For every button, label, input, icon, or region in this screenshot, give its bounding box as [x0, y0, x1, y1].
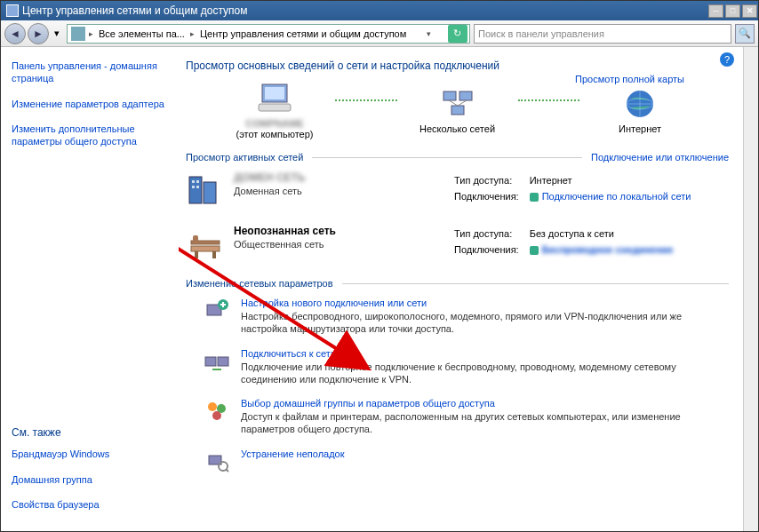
see-also-header: См. также [12, 426, 168, 439]
svg-rect-21 [205, 357, 216, 366]
close-button[interactable]: ✕ [742, 4, 757, 18]
change-settings-header: Изменение сетевых параметров [186, 278, 333, 289]
action-desc: Доступ к файлам и принтерам, расположенн… [241, 410, 729, 436]
wifi-icon [530, 246, 539, 255]
nav-history-dropdown[interactable]: ▾ [51, 23, 63, 44]
access-type-value: Интернет [530, 173, 700, 187]
access-type-value: Без доступа к сети [530, 226, 683, 241]
internet-label: Интернет [619, 123, 661, 134]
connection-line [518, 99, 580, 101]
main-content: ? Просмотр основных сведений о сети и на… [179, 47, 743, 531]
action-homegroup[interactable]: Выбор домашней группы и параметров общег… [204, 398, 729, 436]
connections-label: Подключения: [454, 242, 528, 257]
chevron-icon[interactable]: ▸ [188, 29, 196, 38]
sidebar-browser[interactable]: Свойства браузера [12, 498, 168, 511]
connection-line [335, 99, 397, 101]
action-troubleshoot[interactable]: Устранение неполадок [204, 449, 729, 475]
action-title[interactable]: Выбор домашней группы и параметров общег… [241, 398, 729, 409]
this-computer-label: (этот компьютер) [236, 129, 313, 139]
full-map-link[interactable]: Просмотр полной карты [575, 74, 684, 84]
sidebar-homegroup[interactable]: Домашняя группа [12, 473, 168, 486]
svg-rect-16 [195, 251, 198, 258]
computer-name-label: COMPNAME [245, 118, 303, 129]
help-icon[interactable]: ? [720, 52, 734, 67]
domain-network-icon [186, 171, 225, 210]
search-button[interactable]: 🔍 [735, 24, 755, 44]
action-desc: Настройка беспроводного, широкополосного… [241, 310, 729, 336]
sidebar-home[interactable]: Панель управления - домашняя страница [12, 60, 168, 85]
svg-rect-12 [192, 186, 195, 188]
breadcrumb-seg1[interactable]: Все элементы па... [95, 28, 188, 39]
svg-rect-9 [204, 182, 216, 203]
svg-rect-14 [191, 246, 220, 251]
sidebar-firewall[interactable]: Брандмауэр Windows [12, 448, 168, 460]
svg-rect-22 [218, 357, 228, 366]
new-connection-icon [204, 298, 230, 324]
connection-link[interactable]: Подключение по локальной сети [542, 191, 691, 202]
title-bar: Центр управления сетями и общим доступом… [1, 1, 758, 20]
back-button[interactable]: ◄ [4, 23, 26, 44]
vertical-scrollbar[interactable] [743, 47, 758, 531]
network-row-public: Неопознанная сеть Общественная сеть Тип … [186, 225, 729, 264]
connect-network-icon [204, 348, 230, 375]
action-connect-network[interactable]: Подключиться к сети Подключение или повт… [204, 348, 729, 386]
networks-icon [440, 88, 475, 120]
lan-icon [530, 193, 539, 202]
maximize-button[interactable]: □ [725, 4, 740, 18]
window-title: Центр управления сетями и общим доступом [22, 4, 248, 17]
sidebar-sharing-settings[interactable]: Изменить дополнительные параметры общего… [12, 123, 168, 148]
toolbar: ◄ ► ▾ ▸ Все элементы па... ▸ Центр управ… [1, 20, 758, 47]
svg-rect-18 [193, 235, 198, 242]
computer-icon [257, 83, 292, 115]
network-name: ДОМЕН СЕТЬ [234, 171, 306, 184]
network-name: Неопознанная сеть [234, 225, 336, 237]
network-type: Общественная сеть [234, 239, 336, 250]
networks-label: Несколько сетей [419, 123, 495, 134]
page-heading: Просмотр основных сведений о сети и наст… [186, 60, 729, 72]
forward-button[interactable]: ► [28, 23, 49, 44]
svg-rect-11 [196, 180, 199, 183]
minimize-button[interactable]: ─ [708, 4, 723, 18]
network-row-domain: ДОМЕН СЕТЬ Доменная сеть Тип доступа:Инт… [186, 171, 729, 210]
connect-disconnect-link[interactable]: Подключение или отключение [591, 152, 729, 163]
search-placeholder: Поиск в панели управления [478, 28, 604, 39]
action-title[interactable]: Подключиться к сети [241, 348, 729, 359]
svg-rect-13 [196, 186, 199, 188]
search-input[interactable]: Поиск в панели управления [474, 24, 731, 44]
homegroup-icon [204, 398, 230, 425]
addr-dropdown[interactable]: ▾ [425, 29, 433, 38]
access-type-label: Тип доступа: [454, 226, 528, 241]
svg-rect-10 [192, 180, 195, 183]
app-icon [6, 4, 19, 17]
svg-rect-3 [443, 91, 456, 100]
address-bar[interactable]: ▸ Все элементы па... ▸ Центр управления … [67, 24, 470, 44]
divider [312, 157, 582, 158]
svg-rect-8 [189, 177, 202, 203]
svg-rect-4 [459, 91, 472, 100]
action-title[interactable]: Устранение неполадок [241, 449, 345, 459]
svg-point-25 [212, 411, 221, 420]
network-type: Доменная сеть [234, 186, 306, 196]
action-new-connection[interactable]: Настройка нового подключения или сети На… [204, 298, 729, 336]
troubleshoot-icon [204, 449, 230, 475]
breadcrumb-seg2[interactable]: Центр управления сетями и общим доступом [196, 28, 410, 39]
sidebar: Панель управления - домашняя страница Из… [1, 47, 179, 531]
control-panel-icon [71, 27, 85, 41]
network-diagram: Просмотр полной карты COMPNAME (этот ком… [221, 83, 693, 139]
refresh-button[interactable]: ↻ [448, 25, 467, 43]
node-internet: Интернет [587, 88, 693, 134]
svg-rect-2 [259, 104, 291, 111]
divider [342, 283, 729, 284]
public-network-icon [186, 225, 225, 264]
connection-link[interactable]: Беспроводное соединение [542, 244, 674, 255]
svg-rect-17 [212, 251, 216, 258]
action-title[interactable]: Настройка нового подключения или сети [241, 298, 729, 308]
globe-icon [622, 88, 658, 120]
connections-label: Подключения: [454, 189, 528, 203]
svg-rect-1 [265, 87, 284, 99]
chevron-icon[interactable]: ▸ [87, 29, 95, 38]
svg-rect-5 [451, 106, 464, 115]
node-this-computer: COMPNAME (этот компьютер) [221, 83, 328, 139]
sidebar-adapter-settings[interactable]: Изменение параметров адаптера [12, 98, 168, 110]
node-networks: Несколько сетей [404, 88, 511, 134]
